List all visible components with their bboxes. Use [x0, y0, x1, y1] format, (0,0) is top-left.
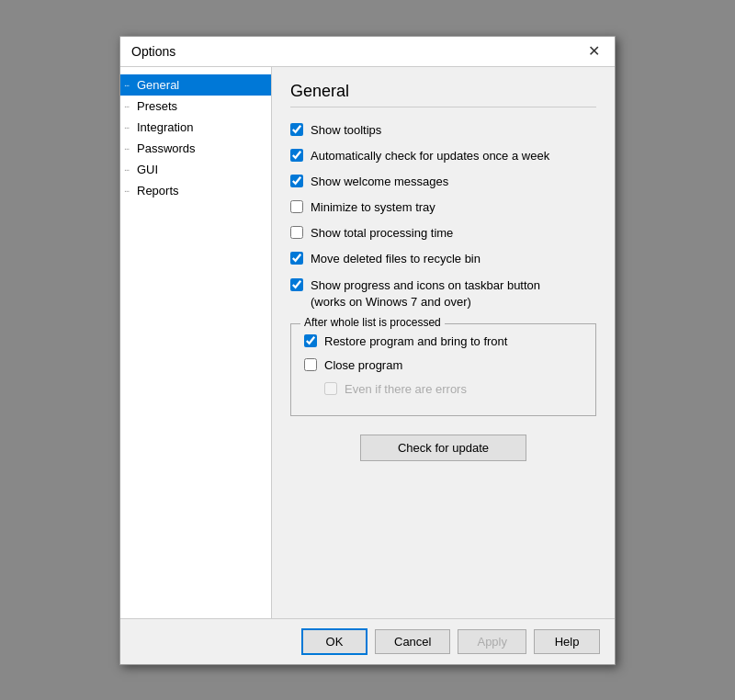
- checkbox-even-if-errors[interactable]: [324, 382, 337, 395]
- label-close-program: Close program: [324, 357, 402, 374]
- checkbox-row-even-if-errors: Even if there are errors: [324, 381, 582, 398]
- checkbox-row-restore-program: Restore program and bring to front: [304, 333, 582, 350]
- apply-button[interactable]: Apply: [458, 629, 526, 654]
- checkbox-show-tooltips[interactable]: [290, 123, 303, 136]
- title-bar: Options ✕: [120, 37, 615, 67]
- label-move-deleted: Move deleted files to recycle bin: [311, 251, 481, 267]
- group-box-legend: After whole list is processed: [300, 316, 445, 329]
- label-show-tooltips: Show tooltips: [311, 122, 381, 139]
- sidebar-item-gui[interactable]: GUI: [120, 159, 271, 180]
- label-show-welcome: Show welcome messages: [311, 174, 448, 190]
- checkbox-move-deleted[interactable]: [290, 252, 303, 265]
- checkbox-row-move-deleted: Move deleted files to recycle bin: [290, 251, 596, 267]
- sidebar-item-integration[interactable]: Integration: [120, 117, 271, 138]
- sidebar-item-presets[interactable]: Presets: [120, 96, 271, 117]
- options-dialog: Options ✕ General Presets Integration Pa…: [119, 36, 616, 665]
- ok-button[interactable]: OK: [301, 628, 368, 655]
- checkbox-row-show-tooltips: Show tooltips: [290, 122, 596, 139]
- checkbox-row-auto-check: Automatically check for updates once a w…: [290, 148, 596, 164]
- dialog-footer: OK Cancel Apply Help: [120, 618, 615, 664]
- checkbox-row-close-program: Close program: [304, 357, 582, 374]
- sidebar-item-reports[interactable]: Reports: [120, 180, 271, 201]
- after-list-group: After whole list is processed Restore pr…: [290, 323, 596, 416]
- checkbox-show-welcome[interactable]: [290, 175, 303, 187]
- checkbox-restore-program[interactable]: [304, 334, 317, 347]
- checkbox-row-show-progress: Show progress and icons on taskbar butto…: [290, 277, 596, 310]
- help-button[interactable]: Help: [534, 629, 600, 654]
- checkbox-row-show-total-time: Show total processing time: [290, 225, 596, 242]
- label-show-total-time: Show total processing time: [311, 225, 453, 242]
- close-button[interactable]: ✕: [584, 44, 604, 59]
- label-restore-program: Restore program and bring to front: [324, 333, 507, 350]
- checkbox-close-program[interactable]: [304, 358, 317, 371]
- dialog-title: Options: [131, 44, 175, 59]
- sidebar-item-general[interactable]: General: [120, 74, 271, 96]
- sidebar-item-passwords[interactable]: Passwords: [120, 138, 271, 159]
- checkbox-row-show-welcome: Show welcome messages: [290, 174, 596, 190]
- checkbox-show-total-time[interactable]: [290, 226, 303, 239]
- checkbox-auto-check[interactable]: [290, 149, 303, 162]
- cancel-button[interactable]: Cancel: [375, 629, 450, 654]
- checkbox-show-progress[interactable]: [290, 278, 303, 291]
- label-auto-check: Automatically check for updates once a w…: [311, 148, 549, 164]
- label-show-progress: Show progress and icons on taskbar butto…: [311, 277, 540, 310]
- label-even-if-errors: Even if there are errors: [345, 381, 467, 398]
- dialog-body: General Presets Integration Passwords GU…: [120, 67, 615, 618]
- section-title: General: [290, 82, 596, 107]
- checkbox-minimize-tray[interactable]: [290, 200, 303, 213]
- sidebar: General Presets Integration Passwords GU…: [120, 67, 272, 618]
- label-minimize-tray: Minimize to system tray: [311, 199, 435, 216]
- check-update-button[interactable]: Check for update: [360, 435, 526, 461]
- checkbox-row-minimize-tray: Minimize to system tray: [290, 199, 596, 216]
- content-area: General Show tooltips Automatically chec…: [272, 67, 615, 618]
